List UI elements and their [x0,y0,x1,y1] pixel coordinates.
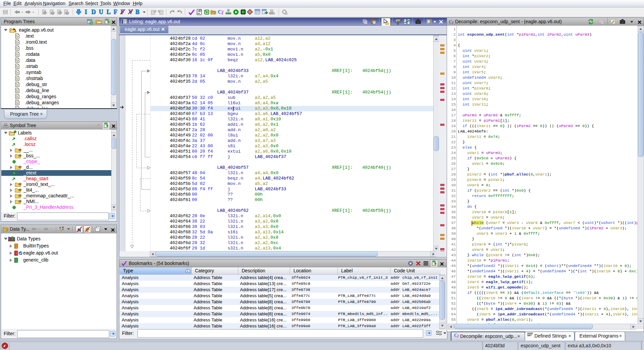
svg-text:01: 01 [198,12,200,15]
svg-text:DT: DT [4,229,7,231]
svg-text:DT: DT [212,12,215,14]
svg-text:10: 10 [198,10,200,12]
